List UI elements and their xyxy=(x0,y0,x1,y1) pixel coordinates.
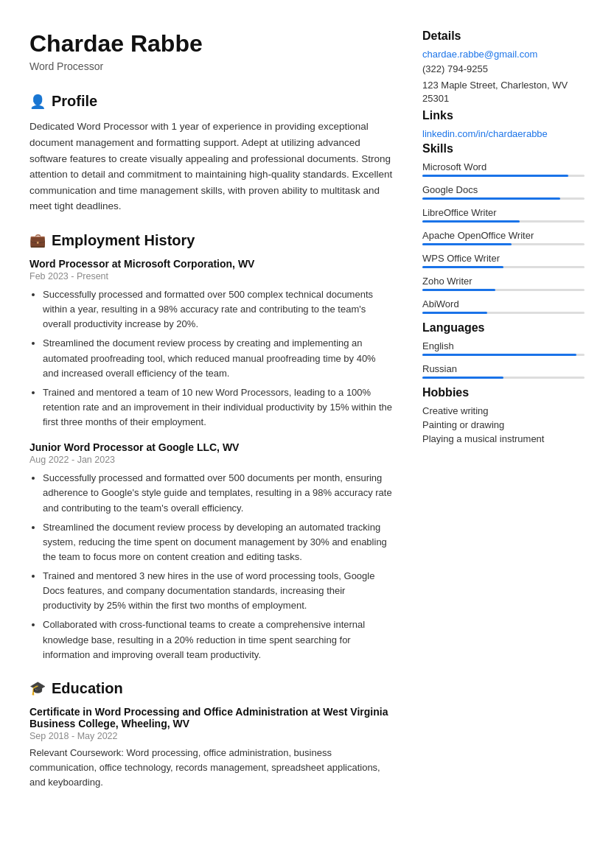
skill-item: AbiWord xyxy=(422,298,585,314)
skill-bar-bg xyxy=(422,197,585,200)
skill-item: Google Docs xyxy=(422,184,585,200)
job-2: Junior Word Processor at Google LLC, WV … xyxy=(29,441,393,662)
phone-text: (322) 794-9255 xyxy=(422,63,585,76)
skill-item: LibreOffice Writer xyxy=(422,207,585,223)
lang-name: English xyxy=(422,340,585,351)
skill-bar-bg xyxy=(422,266,585,268)
lang-name: Russian xyxy=(422,363,585,374)
lang-bar-fill xyxy=(422,377,503,379)
skills-section: Skills Microsoft Word Google Docs LibreO… xyxy=(422,142,585,314)
skill-name: Zoho Writer xyxy=(422,276,585,287)
hobbies-section: Hobbies Creative writing Painting or dra… xyxy=(422,386,585,444)
list-item: Streamlined the document review process … xyxy=(43,336,393,380)
skill-name: Google Docs xyxy=(422,184,585,195)
skill-bar-fill xyxy=(422,243,512,245)
skill-item: Zoho Writer xyxy=(422,276,585,291)
list-item: Streamlined the document review process … xyxy=(43,520,393,564)
job-1-bullets: Successfully processed and formatted ove… xyxy=(29,287,393,430)
details-section: Details chardae.rabbe@gmail.com (322) 79… xyxy=(422,29,585,106)
skill-bar-fill xyxy=(422,266,503,268)
skill-item: Microsoft Word xyxy=(422,161,585,177)
skill-name: Apache OpenOffice Writer xyxy=(422,230,585,241)
profile-icon: 👤 xyxy=(29,94,46,110)
employment-icon: 💼 xyxy=(29,232,46,248)
job-1-title: Word Processor at Microsoft Corporation,… xyxy=(29,258,393,270)
lang-bar-bg xyxy=(422,354,585,356)
skill-name: Microsoft Word xyxy=(422,161,585,172)
skill-bar-bg xyxy=(422,312,585,314)
list-item: Successfully processed and formatted ove… xyxy=(43,287,393,332)
candidate-title: Word Processor xyxy=(29,60,393,72)
list-item: Trained and mentored 3 new hires in the … xyxy=(43,569,393,613)
employment-heading: 💼 Employment History xyxy=(29,232,393,249)
education-heading: 🎓 Education xyxy=(29,680,393,697)
list-item: Successfully processed and formatted ove… xyxy=(43,471,393,515)
languages-heading: Languages xyxy=(422,321,585,335)
languages-section: Languages English Russian xyxy=(422,321,585,379)
skill-item: WPS Office Writer xyxy=(422,253,585,268)
left-column: Chardae Rabbe Word Processor 👤 Profile D… xyxy=(29,29,393,790)
profile-heading: 👤 Profile xyxy=(29,93,393,110)
skill-bar-bg xyxy=(422,175,585,177)
skill-bar-fill xyxy=(422,175,568,177)
education-icon: 🎓 xyxy=(29,680,46,696)
skill-item: Apache OpenOffice Writer xyxy=(422,230,585,245)
job-2-dates: Aug 2022 - Jan 2023 xyxy=(29,455,393,465)
linkedin-link[interactable]: linkedin.com/in/chardaerabbe xyxy=(422,128,585,139)
lang-item: English xyxy=(422,340,585,356)
email-link[interactable]: chardae.rabbe@gmail.com xyxy=(422,49,585,60)
edu-title: Certificate in Word Processing and Offic… xyxy=(29,706,393,729)
links-section: Links linkedin.com/in/chardaerabbe xyxy=(422,109,585,139)
skill-bar-fill xyxy=(422,289,495,291)
address-text: 123 Maple Street, Charleston, WV 25301 xyxy=(422,79,585,105)
skill-name: AbiWord xyxy=(422,298,585,309)
job-2-bullets: Successfully processed and formatted ove… xyxy=(29,471,393,662)
hobbies-heading: Hobbies xyxy=(422,386,585,399)
job-2-title: Junior Word Processor at Google LLC, WV xyxy=(29,441,393,453)
hobby-item: Painting or drawing xyxy=(422,419,585,430)
lang-bar-fill xyxy=(422,354,576,356)
skill-bar-bg xyxy=(422,243,585,245)
list-item: Collaborated with cross-functional teams… xyxy=(43,617,393,662)
lang-item: Russian xyxy=(422,363,585,379)
list-item: Trained and mentored a team of 10 new Wo… xyxy=(43,385,393,430)
hobby-item: Playing a musical instrument xyxy=(422,433,585,444)
resume-container: Chardae Rabbe Word Processor 👤 Profile D… xyxy=(0,0,614,819)
education-section: 🎓 Education Certificate in Word Processi… xyxy=(29,680,393,790)
edu-entry-1: Certificate in Word Processing and Offic… xyxy=(29,706,393,790)
profile-section: 👤 Profile Dedicated Word Processor with … xyxy=(29,93,393,214)
right-column: Details chardae.rabbe@gmail.com (322) 79… xyxy=(422,29,585,790)
skill-bar-fill xyxy=(422,312,487,314)
job-1-dates: Feb 2023 - Present xyxy=(29,271,393,281)
profile-text: Dedicated Word Processor with 1 year of … xyxy=(29,119,393,214)
skills-heading: Skills xyxy=(422,142,585,155)
resume-header: Chardae Rabbe Word Processor xyxy=(29,29,393,72)
links-heading: Links xyxy=(422,109,585,122)
candidate-name: Chardae Rabbe xyxy=(29,29,393,57)
skill-name: LibreOffice Writer xyxy=(422,207,585,218)
job-1: Word Processor at Microsoft Corporation,… xyxy=(29,258,393,430)
edu-dates: Sep 2018 - May 2022 xyxy=(29,731,393,741)
skill-name: WPS Office Writer xyxy=(422,253,585,264)
employment-section: 💼 Employment History Word Processor at M… xyxy=(29,232,393,662)
lang-bar-bg xyxy=(422,377,585,379)
hobby-item: Creative writing xyxy=(422,405,585,416)
skill-bar-bg xyxy=(422,289,585,291)
skill-bar-fill xyxy=(422,197,560,200)
details-heading: Details xyxy=(422,29,585,43)
edu-text: Relevant Coursework: Word processing, of… xyxy=(29,746,393,790)
skill-bar-fill xyxy=(422,220,520,223)
skill-bar-bg xyxy=(422,220,585,223)
